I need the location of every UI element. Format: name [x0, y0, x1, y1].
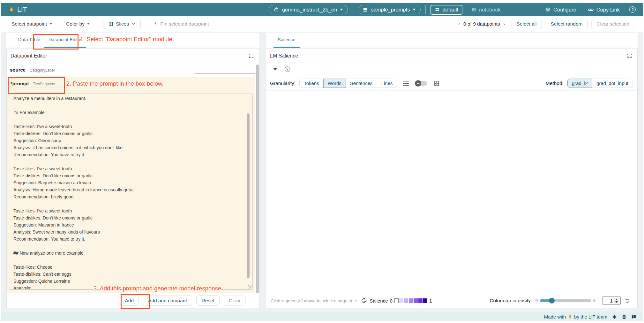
tab-datapoint-editor-label: Datapoint Editor	[49, 37, 82, 42]
clear-selection-button[interactable]: Clear selection	[591, 19, 634, 29]
prompt-textarea[interactable]: Analyze a menu item in a restaurant. ## …	[10, 94, 252, 289]
colormap-swatch	[409, 298, 413, 303]
colormap-intensity-slider[interactable]	[540, 299, 591, 302]
selection-toolbar: Select datapoint Color by Slices Pin sel…	[1, 16, 643, 32]
help-icon[interactable]: ?	[285, 66, 290, 72]
chevron-down-icon	[131, 22, 136, 26]
intensity-input[interactable]	[603, 298, 613, 304]
add-and-compare-button[interactable]: Add and compare	[143, 296, 192, 306]
clear-selection-label: Clear selection	[596, 21, 629, 27]
intensity-spinner[interactable]	[614, 298, 619, 304]
select-datapoint-dropdown[interactable]: Select datapoint	[10, 21, 54, 27]
method-grad-dot-input[interactable]: grad_dot_input	[592, 79, 633, 88]
toggle-knob[interactable]: −	[415, 80, 421, 87]
slider-knob[interactable]	[549, 298, 555, 304]
tab-datapoint-editor[interactable]: Datapoint Editor	[44, 33, 86, 48]
intensity-numbox	[602, 296, 621, 305]
layout-default-label: default	[442, 7, 458, 13]
dataset-name: sample_prompts	[371, 7, 410, 13]
select-all-button[interactable]: Select all	[512, 19, 542, 29]
expand-icon[interactable]	[249, 53, 254, 58]
link-icon	[588, 7, 594, 13]
source-input[interactable]	[194, 66, 255, 73]
top-bar: LIT gemma_instruct_2b_en sample_prompts	[1, 3, 643, 16]
reset-button[interactable]: Reset	[196, 296, 220, 306]
app-brand: LIT	[8, 3, 27, 16]
colormap-swatch	[394, 298, 399, 303]
granularity-tokens[interactable]: Tokens	[299, 79, 324, 88]
salience-options-row: ?	[266, 63, 637, 76]
bug-report-icon[interactable]	[612, 314, 617, 319]
align-lines-icon[interactable]	[403, 81, 409, 86]
top-bar-center: gemma_instruct_2b_en sample_prompts defa…	[269, 3, 505, 16]
next-datapoint-button[interactable]: ›	[503, 21, 506, 27]
flame-icon	[8, 6, 15, 13]
add-label: Add	[125, 298, 134, 304]
tab-data-table-label: Data Table	[18, 37, 40, 42]
granularity-words[interactable]: Words	[323, 79, 346, 88]
textarea-resize-handle[interactable]	[248, 285, 251, 288]
salience-legend-label: Salience	[370, 298, 388, 304]
lm-salience-panel: LM Salience ? Granularity: Tokens Words …	[266, 49, 638, 308]
layout-tab-default[interactable]: default	[431, 5, 462, 15]
prompt-field-name: *prompt	[11, 81, 29, 86]
colormap-swatch	[418, 298, 423, 303]
documentation-icon[interactable]	[622, 314, 626, 319]
clear-label: Clear	[229, 298, 241, 304]
reset-label: Reset	[201, 298, 214, 304]
slices-button[interactable]: Slices	[103, 19, 141, 29]
clear-button[interactable]: Clear	[224, 296, 246, 306]
dataset-selector[interactable]: sample_prompts	[358, 5, 421, 14]
granularity-label: Granularity:	[270, 81, 296, 86]
chevron-down-icon	[49, 23, 52, 25]
color-by-dropdown[interactable]: Color by	[64, 21, 92, 27]
feedback-icon[interactable]	[631, 314, 636, 319]
model-name: gemma_instruct_2b_en	[282, 7, 337, 13]
made-with-label: Made with	[544, 314, 566, 319]
granularity-lines[interactable]: Lines	[377, 79, 397, 88]
source-field-row: source CategoryLabel	[7, 63, 259, 77]
select-random-button[interactable]: Select random	[546, 19, 588, 29]
pin-icon	[153, 21, 158, 26]
granularity-row: Granularity: Tokens Words Sentences Line…	[266, 76, 637, 91]
panel-scrollbar[interactable]	[256, 65, 259, 300]
granularity-sentences[interactable]: Sentences	[346, 79, 377, 88]
palette-icon	[361, 298, 367, 304]
method-grad-l2[interactable]: grad_l2	[567, 79, 592, 88]
source-field-type: CategoryLabel	[30, 68, 55, 73]
left-module-tabs: Data Table Datapoint Editor	[6, 33, 259, 48]
dense-view-toggle[interactable]: −	[416, 81, 427, 86]
grid-icon	[471, 7, 476, 12]
add-and-compare-label: Add and compare	[148, 298, 187, 304]
divider	[425, 5, 426, 14]
tab-salience[interactable]: Salience	[273, 33, 300, 48]
textarea-scrollbar[interactable]	[247, 113, 250, 278]
prev-datapoint-button[interactable]: ‹	[458, 21, 461, 27]
pin-datapoint-button[interactable]: Pin selected datapoint	[148, 19, 214, 29]
add-button[interactable]: Add	[120, 296, 139, 306]
model-selector[interactable]: gemma_instruct_2b_en	[269, 5, 348, 14]
robot-icon	[273, 7, 279, 12]
panel-title: Datapoint Editor	[11, 53, 47, 59]
flame-icon	[568, 314, 572, 319]
method-label: Method:	[546, 81, 564, 86]
datapoint-pager: ‹ 0 of 9 datapoints ›	[458, 21, 506, 27]
app-title: LIT	[17, 6, 27, 13]
grid-view-icon[interactable]	[433, 80, 439, 86]
chevron-down-icon	[340, 9, 343, 11]
reset-intensity-icon[interactable]	[625, 298, 630, 304]
copy-link-button[interactable]: Copy Link	[586, 6, 622, 13]
team-label: by the LIT team	[574, 314, 607, 319]
tab-data-table[interactable]: Data Table	[14, 33, 44, 48]
configure-button[interactable]: Configure	[543, 6, 578, 13]
help-button[interactable]: ?	[629, 6, 636, 13]
slices-label: Slices	[116, 21, 129, 27]
dropdown-caret[interactable]	[273, 68, 277, 70]
top-bar-right: Configure Copy Link ?	[543, 3, 636, 16]
divider	[353, 5, 353, 14]
prompt-field-label-row: *prompt TextSegment	[11, 81, 55, 87]
right-module-tabs: Salience	[266, 33, 638, 48]
layout-tab-notebook[interactable]: notebook	[467, 5, 505, 15]
select-datapoint-label: Select datapoint	[11, 21, 47, 27]
expand-icon[interactable]	[627, 53, 632, 58]
